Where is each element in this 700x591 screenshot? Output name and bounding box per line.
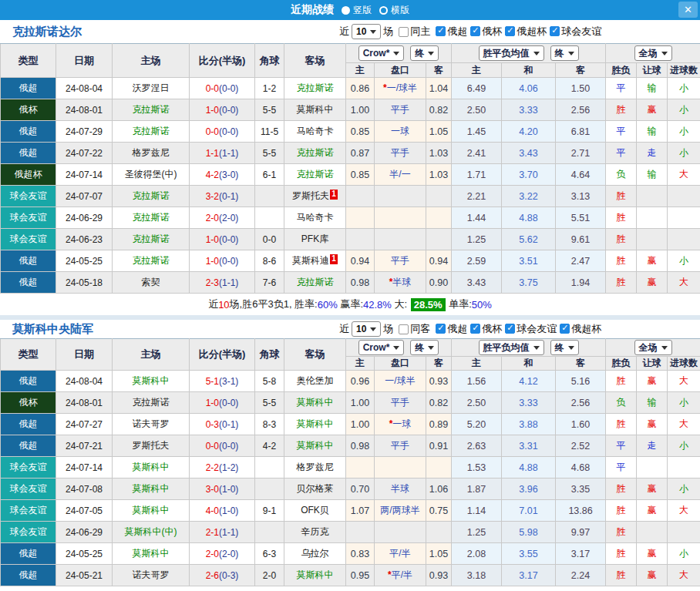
home-team-cell[interactable]: 诺夫哥罗 xyxy=(113,414,190,435)
checkbox-icon[interactable] xyxy=(436,324,446,334)
match-row[interactable]: 球会友谊 24-06-29 克拉斯诺 2-0(2-0) 马哈奇卡 1.44 4.… xyxy=(1,207,700,229)
radio-selected-icon[interactable] xyxy=(342,6,350,15)
home-team-cell[interactable]: 诺夫哥罗 xyxy=(113,565,190,586)
close-icon[interactable]: ✕ xyxy=(678,2,698,18)
home-team-cell[interactable]: 莫斯科中 xyxy=(113,500,190,522)
home-team-cell[interactable]: 莫斯科中 xyxy=(113,457,190,479)
match-row[interactable]: 球会友谊 24-06-29 莫斯科中(中) 2-1(1-1) 辛历克 1.25 … xyxy=(1,522,700,543)
bookmaker-select[interactable]: Crow* xyxy=(358,45,405,61)
match-row[interactable]: 俄超 24-07-29 克拉斯诺 0-0(0-0) 11-5 马哈奇卡 0.85… xyxy=(1,121,700,143)
match-row[interactable]: 俄超 24-05-25 莫斯科中 2-0(2-0) 6-3 乌拉尔 0.83 平… xyxy=(1,543,700,565)
result-handicap-cell: 赢 xyxy=(637,543,668,565)
away-team-cell[interactable]: 莫斯科迪1 xyxy=(284,250,346,272)
match-count-select[interactable]: 10 xyxy=(352,24,381,39)
league-filter[interactable]: 俄杯 xyxy=(470,322,502,336)
away-team-cell[interactable]: 克拉斯诺 xyxy=(284,78,346,99)
scope-select[interactable]: 全场 xyxy=(634,45,672,61)
radio-unselected-icon[interactable] xyxy=(379,6,388,15)
match-row[interactable]: 俄超 24-08-04 沃罗涅日 0-0(0-0) 1-2 克拉斯诺 0.86 … xyxy=(1,78,700,99)
match-row[interactable]: 俄超 24-07-22 格罗兹尼 1-1(1-1) 5-5 克拉斯诺 0.87 … xyxy=(1,143,700,164)
result-goals-cell: 大 xyxy=(668,414,700,435)
checkbox-icon[interactable] xyxy=(399,27,409,37)
result-handicap-cell xyxy=(637,186,668,207)
checkbox-icon[interactable] xyxy=(505,324,515,334)
away-team-cell[interactable]: 莫斯科中 xyxy=(284,435,346,457)
away-team-cell[interactable]: 莫斯科中 xyxy=(284,392,346,414)
away-team-cell[interactable]: PFK库 xyxy=(284,229,346,250)
match-row[interactable]: 俄超 24-05-25 克拉斯诺 1-0(0-0) 8-6 莫斯科迪1 0.94… xyxy=(1,250,700,272)
league-filter[interactable]: 俄超杯 xyxy=(505,25,547,39)
away-team-cell[interactable]: 奥伦堡加 xyxy=(284,371,346,392)
match-row[interactable]: 俄杯 24-08-01 克拉斯诺 1-0(0-0) 5-5 莫斯科中 1.00 … xyxy=(1,392,700,414)
home-team-cell[interactable]: 克拉斯诺 xyxy=(113,392,190,414)
match-row[interactable]: 俄超 24-07-27 诺夫哥罗 0-3(0-1) 8-3 莫斯科中 1.00 … xyxy=(1,414,700,435)
match-row[interactable]: 球会友谊 24-07-07 克拉斯诺 3-2(0-1) 罗斯托夫1 2.21 3… xyxy=(1,186,700,207)
home-team-cell[interactable]: 莫斯科中 xyxy=(113,479,190,500)
layout-option-horizontal[interactable]: 横版 xyxy=(379,4,409,17)
home-team-cell[interactable]: 莫斯科中 xyxy=(113,371,190,392)
match-row[interactable]: 俄超 24-05-18 索契 2-3(1-1) 7-6 克拉斯诺 0.98 *半… xyxy=(1,272,700,294)
league-filter[interactable]: 球会友谊 xyxy=(505,322,557,336)
home-team-cell[interactable]: 克拉斯诺 xyxy=(113,250,190,272)
league-filter[interactable]: 俄超杯 xyxy=(560,322,601,336)
match-row[interactable]: 俄超 24-08-04 莫斯科中 5-1(3-1) 5-8 奥伦堡加 0.96 … xyxy=(1,371,700,392)
checkbox-icon[interactable] xyxy=(399,324,409,334)
same-filter[interactable]: 同主 xyxy=(399,25,430,39)
away-team-cell[interactable]: 格罗兹尼 xyxy=(284,457,346,479)
bookmaker-select[interactable]: Crow* xyxy=(358,340,405,355)
away-team-cell[interactable]: 罗斯托夫1 xyxy=(284,186,346,207)
same-filter[interactable]: 同客 xyxy=(399,322,430,336)
away-team-cell[interactable]: 克拉斯诺 xyxy=(284,164,346,186)
home-team-cell[interactable]: 克拉斯诺 xyxy=(113,121,190,143)
away-team-cell[interactable]: 贝尔格莱 xyxy=(284,479,346,500)
home-team-cell[interactable]: 圣彼得堡(中) xyxy=(113,164,190,186)
home-team-cell[interactable]: 克拉斯诺 xyxy=(113,229,190,250)
scope-select[interactable]: 全场 xyxy=(634,340,672,355)
away-team-cell[interactable]: 莫斯科中 xyxy=(284,565,346,586)
league-filter[interactable]: 俄杯 xyxy=(470,25,502,39)
checkbox-icon[interactable] xyxy=(550,26,560,36)
odds-time-select-2[interactable]: 终 xyxy=(550,45,579,61)
away-team-cell[interactable]: 乌拉尔 xyxy=(284,543,346,565)
home-team-cell[interactable]: 克拉斯诺 xyxy=(113,186,190,207)
odds-average-select[interactable]: 胜平负均值 xyxy=(479,45,544,61)
away-team-cell[interactable]: 辛历克 xyxy=(284,522,346,543)
home-team-cell[interactable]: 克拉斯诺 xyxy=(113,99,190,121)
home-team-cell[interactable]: 罗斯托夫 xyxy=(113,435,190,457)
odds-time-select[interactable]: 终 xyxy=(410,340,439,355)
checkbox-icon[interactable] xyxy=(470,26,480,36)
away-team-cell[interactable]: 莫斯科中 xyxy=(284,414,346,435)
league-filter[interactable]: 俄超 xyxy=(436,322,467,336)
match-row[interactable]: 俄超杯 24-07-14 圣彼得堡(中) 4-2(3-0) 6-1 克拉斯诺 0… xyxy=(1,164,700,186)
match-row[interactable]: 球会友谊 24-07-08 莫斯科中 3-0(1-0) 贝尔格莱 0.70 半球… xyxy=(1,479,700,500)
checkbox-icon[interactable] xyxy=(560,324,570,334)
league-filter[interactable]: 球会友谊 xyxy=(550,25,601,39)
away-team-cell[interactable]: OFK贝 xyxy=(284,500,346,522)
away-team-cell[interactable]: 克拉斯诺 xyxy=(284,143,346,164)
match-row[interactable]: 球会友谊 24-07-05 莫斯科中 4-0(1-0) 9-1 OFK贝 1.0… xyxy=(1,500,700,522)
home-team-cell[interactable]: 格罗兹尼 xyxy=(113,143,190,164)
home-team-cell[interactable]: 莫斯科中(中) xyxy=(113,522,190,543)
match-row[interactable]: 俄超 24-07-21 罗斯托夫 0-0(0-0) 4-2 莫斯科中 0.98 … xyxy=(1,435,700,457)
home-team-cell[interactable]: 沃罗涅日 xyxy=(113,78,190,99)
odds-time-select-2[interactable]: 终 xyxy=(550,340,579,355)
checkbox-icon[interactable] xyxy=(505,26,515,36)
away-team-cell[interactable]: 莫斯科中 xyxy=(284,99,346,121)
checkbox-icon[interactable] xyxy=(436,26,446,36)
match-row[interactable]: 俄超 24-05-21 诺夫哥罗 2-6(0-3) 2-0 莫斯科中 0.95 … xyxy=(1,565,700,586)
match-row[interactable]: 俄杯 24-08-01 克拉斯诺 1-0(0-0) 5-5 莫斯科中 1.00 … xyxy=(1,99,700,121)
match-count-select[interactable]: 10 xyxy=(352,321,381,337)
odds-average-select[interactable]: 胜平负均值 xyxy=(479,340,544,355)
layout-option-vertical[interactable]: 竖版 xyxy=(342,4,372,17)
home-team-cell[interactable]: 索契 xyxy=(113,272,190,294)
match-row[interactable]: 球会友谊 24-07-14 莫斯科中 2-2(1-2) 格罗兹尼 1.53 4.… xyxy=(1,457,700,479)
home-team-cell[interactable]: 莫斯科中 xyxy=(113,543,190,565)
league-filter[interactable]: 俄超 xyxy=(436,25,467,39)
odds-time-select[interactable]: 终 xyxy=(410,45,439,61)
match-row[interactable]: 球会友谊 24-06-23 克拉斯诺 1-0(0-0) 0-0 PFK库 1.2… xyxy=(1,229,700,250)
away-team-cell[interactable]: 马哈奇卡 xyxy=(284,207,346,229)
checkbox-icon[interactable] xyxy=(470,324,480,334)
away-team-cell[interactable]: 马哈奇卡 xyxy=(284,121,346,143)
home-team-cell[interactable]: 克拉斯诺 xyxy=(113,207,190,229)
away-team-cell[interactable]: 克拉斯诺 xyxy=(284,272,346,294)
